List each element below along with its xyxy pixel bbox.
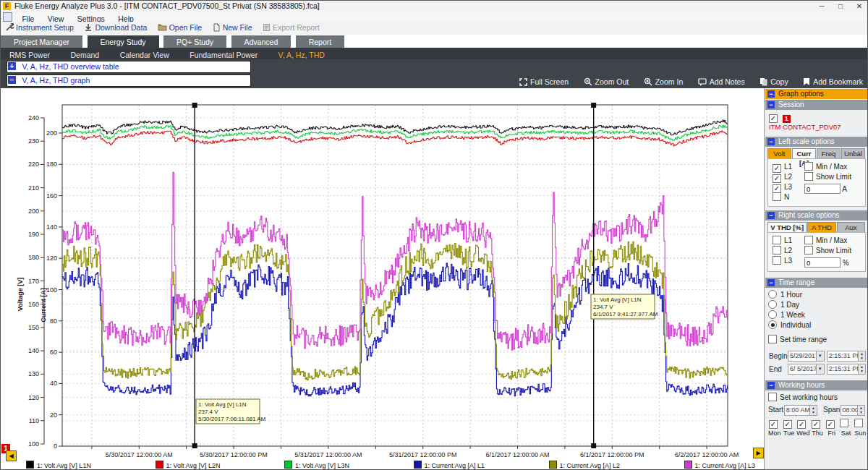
tab-a-thd[interactable]: A THD [807, 222, 835, 232]
close-button[interactable]: ✕ [850, 1, 868, 12]
left-min-max-checkbox[interactable] [804, 162, 813, 171]
working-hours-header[interactable]: −Working hours [765, 380, 868, 390]
overview-table-label: V, A, Hz, THD overview table [22, 62, 119, 71]
tab-report[interactable]: Report [296, 35, 345, 48]
spinner-icon[interactable]: ▲▼ [809, 406, 817, 415]
svg-text:200: 200 [46, 129, 57, 137]
document-icon[interactable] [3, 12, 12, 22]
tab-v-thd[interactable]: V THD [%] [767, 222, 807, 232]
svg-text:5/31/2017 12:00:00 PM: 5/31/2017 12:00:00 PM [389, 451, 457, 458]
right-min-max-checkbox[interactable] [804, 236, 813, 244]
set-working-hours-checkbox[interactable] [768, 393, 777, 401]
zoom-in-button[interactable]: Zoom In [644, 76, 684, 88]
graph-section-toggle[interactable]: − V, A, Hz, THD graph [7, 74, 251, 87]
thu-checkbox[interactable] [812, 420, 820, 429]
collapse-icon[interactable]: − [767, 212, 775, 219]
legend-swatch-volt-l3n [284, 461, 292, 469]
instrument-setup-button[interactable]: Instrument Setup [5, 22, 74, 33]
collapse-icon[interactable]: − [767, 90, 775, 98]
export-report-button[interactable]: Export Report [263, 22, 320, 33]
spinner-icon[interactable]: ▲▼ [858, 351, 865, 361]
tue-checkbox[interactable] [783, 420, 792, 429]
legend-item: 1: Volt Avg [V] L2N [156, 461, 221, 470]
left-n-checkbox[interactable] [773, 192, 781, 201]
end-time-spinner[interactable]: 2:15:31 PM▲▼ [827, 364, 866, 375]
add-bookmark-button[interactable]: Add Bookmark [803, 76, 863, 88]
left-show-limit-checkbox[interactable] [804, 172, 813, 181]
tab-aux[interactable]: Aux [837, 222, 865, 232]
collapse-icon[interactable]: − [767, 138, 775, 145]
collapse-icon[interactable]: − [8, 76, 16, 84]
collapse-icon[interactable]: − [767, 382, 775, 389]
time-range-1-day-radio[interactable] [768, 300, 777, 309]
zoom-out-button[interactable]: Zoom Out [584, 76, 629, 88]
collapse-icon[interactable]: − [767, 279, 775, 286]
spinner-icon[interactable]: ▲▼ [857, 406, 864, 415]
main-toolbar: Instrument Setup Download Data Open File… [1, 22, 868, 35]
tab-freq[interactable]: Freq [817, 148, 841, 158]
wed-checkbox[interactable] [797, 420, 806, 429]
minimize-button[interactable]: ─ [812, 1, 831, 12]
right-show-limit-checkbox[interactable] [804, 246, 813, 255]
session-header[interactable]: −Session [765, 100, 868, 110]
tab-volt[interactable]: Volt [767, 148, 791, 158]
begin-time-spinner[interactable]: 2:15:31 PM▲▼ [827, 351, 866, 362]
start-time-spinner[interactable]: 8:00 AM▲▼ [784, 405, 817, 416]
right-limit-input[interactable] [804, 257, 841, 268]
tab-project-manager[interactable]: Project Manager [1, 35, 82, 48]
overview-table-toggle[interactable]: + V, A, Hz, THD overview table [7, 61, 251, 73]
sat-checkbox[interactable] [840, 419, 848, 427]
right-l1-checkbox[interactable] [773, 236, 781, 244]
svg-text:180: 180 [28, 254, 39, 261]
set-time-range-checkbox[interactable] [768, 335, 777, 343]
tab-curr-a[interactable]: Curr [A] [792, 148, 816, 158]
chevron-down-icon[interactable]: ▼ [816, 351, 824, 361]
time-range-body: 1 Hour 1 Day 1 Week Individual Set time … [765, 288, 868, 349]
tab-advanced[interactable]: Advanced [231, 35, 292, 48]
time-range-1-week-radio[interactable] [768, 310, 777, 319]
sun-checkbox[interactable] [854, 419, 863, 427]
graph-section-label: V, A, Hz, THD graph [22, 76, 90, 85]
session-checkbox[interactable] [769, 114, 778, 123]
begin-date-picker[interactable]: 5/29/2017▼ [788, 351, 825, 362]
spinner-icon[interactable]: ▲▼ [858, 364, 865, 374]
time-range-header[interactable]: −Time range [765, 278, 868, 288]
fri-checkbox[interactable] [826, 420, 835, 429]
end-date-picker[interactable]: 6/ 5/2017▼ [788, 364, 825, 375]
legend-swatch-volt-l1n [26, 461, 34, 469]
span-spinner[interactable]: 08:00▲▼ [841, 405, 866, 416]
chart-legend: 1: Volt Avg [V] L1N 1: Volt Avg [V] L2N … [26, 461, 755, 470]
legend-item: 1: Volt Avg [V] L1N [26, 461, 91, 470]
mon-checkbox[interactable] [769, 420, 778, 429]
svg-text:5/30/2017 12:00:00 PM: 5/30/2017 12:00:00 PM [200, 451, 268, 458]
graph-options-header[interactable]: −Graph options [765, 89, 868, 99]
menu-bar: File View Settings Help [1, 12, 868, 22]
open-file-button[interactable]: Open File [158, 22, 203, 33]
time-range-1-hour-radio[interactable] [768, 290, 777, 299]
tab-energy-study[interactable]: Energy Study [88, 35, 159, 48]
collapse-icon[interactable]: − [767, 101, 775, 108]
right-l3-checkbox[interactable] [773, 256, 781, 265]
left-limit-input[interactable] [804, 184, 841, 194]
left-scale-options-header[interactable]: −Left scale options [765, 137, 868, 147]
v-a-hz-thd-chart[interactable]: 1001101201301401501601701801902002102202… [1, 88, 764, 458]
pan-right-button[interactable]: ▶ [753, 448, 764, 458]
chevron-down-icon[interactable]: ▼ [816, 364, 824, 374]
session-row: 1 ITM CONTACT_PDV07500_St P... [765, 110, 868, 136]
right-scale-options-header[interactable]: −Right scale options [765, 210, 868, 221]
download-data-button[interactable]: Download Data [84, 22, 147, 33]
right-l2-checkbox[interactable] [773, 246, 781, 255]
maximize-button[interactable]: □ [831, 1, 850, 12]
tab-unbal[interactable]: Unbal [841, 148, 865, 158]
graph-options-panel: −Graph options −Session 1 ITM CONTACT_PD… [764, 88, 868, 470]
pan-left-button[interactable]: ◀ [6, 450, 17, 461]
full-screen-button[interactable]: Full Screen [519, 76, 569, 88]
svg-text:200: 200 [28, 208, 39, 215]
expand-icon[interactable]: + [8, 62, 16, 70]
copy-button[interactable]: Copy [760, 76, 788, 88]
new-file-button[interactable]: New File [213, 22, 252, 33]
add-notes-button[interactable]: Add Notes [698, 76, 745, 88]
svg-text:6/1/2017 9:41:27.977 AM: 6/1/2017 9:41:27.977 AM [593, 311, 658, 317]
tab-pq-study[interactable]: PQ+ Study [163, 35, 226, 48]
time-range-individual-radio[interactable] [768, 320, 777, 329]
